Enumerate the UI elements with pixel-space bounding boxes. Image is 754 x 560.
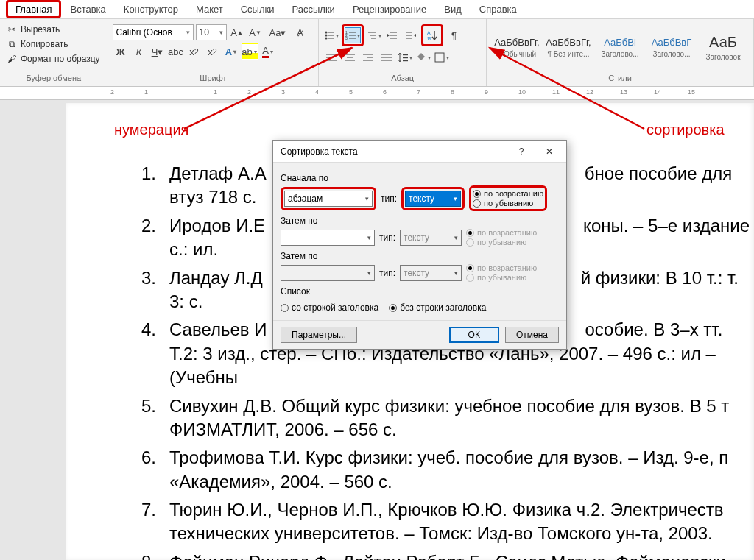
first-order-highlight: по возрастанию по убыванию	[469, 185, 547, 211]
params-button[interactable]: Параметры...	[281, 327, 357, 343]
list-item[interactable]: 7.Тюрин Ю.И., Чернов И.П., Крючков Ю.Ю. …	[133, 498, 754, 546]
first-type-combo[interactable]: тексту▾	[405, 191, 461, 207]
svg-line-40	[490, 48, 644, 129]
type-label-1: тип:	[381, 194, 397, 204]
list-item[interactable]: 6.Трофимова Т.И. Курс физики: учеб. посо…	[133, 446, 754, 494]
list-text: Фейнман Ричард Ф., Лейтон Роберт Б., Сэн…	[169, 550, 754, 560]
list-text: Тюрин Ю.И., Чернов И.П., Крючков Ю.Ю. Фи…	[169, 498, 754, 546]
ok-button[interactable]: ОК	[449, 327, 499, 343]
svg-line-39	[184, 48, 352, 129]
third-field-combo: ▾	[281, 265, 375, 281]
dialog-title-text: Сортировка текста	[281, 146, 358, 157]
second-asc-radio: по возрастанию	[466, 228, 537, 237]
second-type-combo[interactable]: тексту▾	[400, 230, 462, 246]
type-label-2: тип:	[379, 233, 395, 243]
annotation-sorting: сортировка	[646, 121, 725, 138]
help-icon[interactable]: ?	[509, 143, 534, 160]
sort-dialog: Сортировка текста ? ✕ Сначала по абзацам…	[272, 140, 567, 350]
list-number: 7.	[133, 498, 169, 546]
list-section-label: Список	[281, 286, 559, 297]
close-icon[interactable]: ✕	[537, 143, 562, 160]
first-field-combo[interactable]: абзацам▾	[284, 191, 373, 207]
first-asc-radio[interactable]: по возрастанию	[473, 189, 543, 198]
list-number: 6.	[133, 446, 169, 494]
with-header-radio[interactable]: со строкой заголовка	[281, 302, 378, 313]
without-header-radio[interactable]: без строки заголовка	[389, 302, 486, 313]
third-desc-radio: по убыванию	[466, 273, 537, 282]
list-text: Трофимова Т.И. Курс физики: учеб. пособи…	[169, 446, 754, 494]
list-text: Сивухин Д.В. Общий курс физики: учебное …	[169, 394, 754, 442]
list-number: 2.	[133, 214, 169, 262]
list-number: 3.	[133, 266, 169, 314]
first-by-label: Сначала по	[281, 173, 559, 183]
third-asc-radio: по возрастанию	[466, 263, 537, 272]
then-by-label-2: Затем по	[281, 251, 559, 261]
annotation-arrows	[0, 0, 754, 147]
list-item[interactable]: 8.Фейнман Ричард Ф., Лейтон Роберт Б., С…	[133, 550, 754, 560]
first-desc-radio[interactable]: по убыванию	[473, 199, 543, 208]
list-number: 8.	[133, 550, 169, 560]
second-field-combo[interactable]: ▾	[281, 230, 375, 246]
cancel-button[interactable]: Отмена	[505, 327, 559, 343]
first-type-highlight: тексту▾	[401, 187, 465, 210]
first-field-highlight: абзацам▾	[281, 187, 376, 210]
list-item[interactable]: 5.Сивухин Д.В. Общий курс физики: учебно…	[133, 394, 754, 442]
annotation-numbering: нумерация	[114, 121, 188, 138]
list-number: 5.	[133, 394, 169, 442]
dialog-titlebar[interactable]: Сортировка текста ? ✕	[273, 141, 566, 163]
second-desc-radio: по убыванию	[466, 238, 537, 247]
type-label-3: тип:	[379, 268, 395, 278]
list-number: 1.	[133, 162, 169, 210]
then-by-label-1: Затем по	[281, 216, 559, 226]
third-type-combo: тексту▾	[400, 265, 462, 281]
list-number: 4.	[133, 318, 169, 389]
